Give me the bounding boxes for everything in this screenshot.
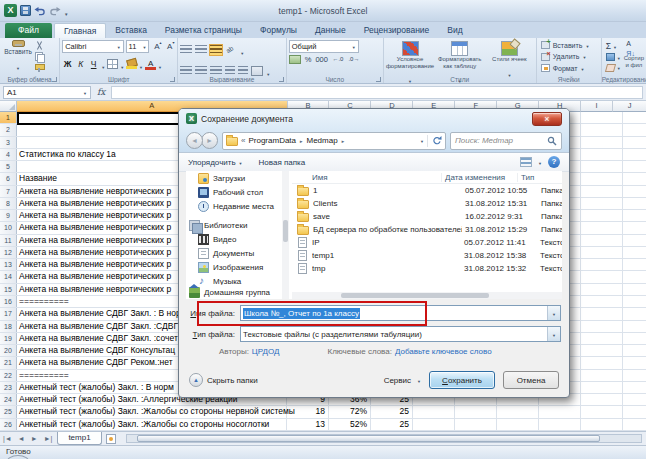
fill-color-icon[interactable] [126, 59, 137, 69]
cut-icon[interactable] [34, 41, 46, 51]
column-header[interactable]: J [613, 101, 646, 112]
number-format-select[interactable]: Общий [289, 40, 359, 53]
sidebar-item-homegroup[interactable]: Домашняя группа [186, 285, 270, 299]
cell-b[interactable]: 13 [287, 419, 329, 430]
comma-style-button[interactable]: 000 [315, 55, 328, 64]
row-header[interactable]: 10 [0, 222, 17, 233]
row-header[interactable]: 7 [0, 186, 17, 197]
orientation-icon[interactable] [225, 45, 237, 55]
dialog-launcher-icon[interactable] [52, 77, 57, 82]
file-list-scrollbar[interactable] [292, 292, 562, 299]
increase-decimal-icon[interactable] [332, 55, 344, 64]
row-header[interactable]: 20 [0, 345, 17, 356]
font-size-select[interactable]: 11 [126, 40, 150, 53]
grow-font-icon[interactable] [151, 42, 162, 51]
insert-function-icon[interactable] [94, 87, 108, 97]
cancel-button[interactable]: Отмена [503, 371, 559, 389]
align-middle-icon[interactable] [195, 45, 207, 55]
dialog-launcher-icon[interactable] [170, 77, 175, 82]
empty-cells[interactable] [413, 419, 646, 430]
cell-d[interactable]: 25 [371, 419, 413, 430]
delete-cells-button[interactable]: Удалить [541, 53, 599, 61]
row-header[interactable]: 21 [0, 357, 17, 368]
sidebar-item[interactable]: Недавние места [186, 199, 290, 213]
copy-icon[interactable] [34, 52, 46, 62]
cell-styles-button[interactable]: Стили ячеек [485, 40, 534, 81]
view-dropdown-icon[interactable] [538, 158, 542, 167]
breadcrumb-item[interactable]: Medmap [307, 136, 338, 145]
row-header[interactable]: 19 [0, 333, 17, 344]
last-sheet-icon[interactable] [41, 435, 56, 442]
help-icon[interactable]: ? [548, 156, 560, 168]
previous-sheet-icon[interactable] [15, 435, 28, 442]
cell-a[interactable]: Анкетный тест (жалобы) Закл. :Жалобы со … [17, 419, 287, 430]
align-right-icon[interactable] [210, 66, 222, 76]
cell-b[interactable]: 18 [287, 406, 329, 417]
format-painter-icon[interactable] [34, 63, 46, 73]
row-header[interactable]: 18 [0, 321, 17, 332]
column-header[interactable]: I [581, 101, 613, 112]
tools-button[interactable]: Сервис [384, 376, 421, 385]
paste-button[interactable]: Вставить [2, 40, 34, 74]
file-row[interactable]: БД сервера по обработке пользователей 31… [292, 223, 562, 236]
row-header[interactable]: 24 [0, 394, 17, 405]
breadcrumb-item[interactable]: ProgramData [248, 136, 296, 145]
file-row[interactable]: IP 05.07.2012 11:41 Текстовый д [292, 236, 562, 249]
dialog-launcher-icon[interactable] [376, 77, 381, 82]
select-all-corner[interactable] [0, 101, 17, 112]
row-header[interactable]: 14 [0, 271, 17, 282]
cell-c[interactable]: 72% [329, 406, 371, 417]
font-name-select[interactable]: Calibri [62, 40, 123, 53]
percent-style-button[interactable]: % [305, 55, 312, 64]
autosum-button[interactable] [606, 41, 621, 51]
align-bottom-icon[interactable] [210, 45, 222, 55]
row-header[interactable]: 22 [0, 370, 17, 381]
sidebar-scrollbar[interactable] [282, 171, 289, 299]
accounting-format-icon[interactable] [289, 55, 301, 64]
ribbon-tab[interactable]: Рецензирование [355, 23, 439, 38]
ribbon-tab[interactable]: Формулы [251, 23, 306, 38]
file-row[interactable]: Clients 31.08.2012 15:31 Папка с фай [292, 197, 562, 210]
shrink-font-icon[interactable] [164, 42, 175, 51]
insert-worksheet-icon[interactable] [106, 434, 116, 444]
italic-button[interactable]: К [75, 59, 86, 69]
cell-d[interactable]: 25 [371, 406, 413, 417]
save-button[interactable]: Сохранить [429, 371, 495, 389]
font-color-icon[interactable] [145, 59, 156, 69]
ribbon-tab[interactable]: Вид [438, 23, 471, 38]
hide-folders-button[interactable]: Скрыть папки [189, 373, 258, 387]
underline-button[interactable]: Ч [88, 59, 99, 69]
row-header[interactable]: 13 [0, 259, 17, 270]
sidebar-item[interactable]: Загрузки [186, 171, 290, 185]
organize-button[interactable]: Упорядочить [188, 158, 243, 167]
row-header[interactable]: 26 [0, 419, 17, 430]
row-header[interactable]: 4 [0, 149, 17, 160]
file-row[interactable]: tmp 31.08.2012 15:32 Текстовый д [292, 262, 562, 275]
sort-filter-button[interactable]: Сортир и фил [624, 40, 644, 74]
close-button[interactable]: × [532, 112, 562, 126]
keywords-value[interactable]: Добавьте ключевое слово [395, 347, 492, 356]
row-header[interactable]: 15 [0, 284, 17, 295]
dialog-launcher-icon[interactable] [279, 77, 284, 82]
row-header[interactable]: 25 [0, 406, 17, 417]
decrease-indent-icon[interactable] [225, 66, 235, 76]
sidebar-item[interactable]: Библиотеки [186, 218, 290, 232]
ribbon-tab[interactable]: Главная [54, 23, 106, 38]
row-header[interactable]: 16 [0, 296, 17, 307]
sidebar-item[interactable]: Рабочий стол [186, 185, 290, 199]
ribbon-tab[interactable]: Разметка страницы [156, 23, 251, 38]
file-row[interactable]: 1 05.07.2012 10:55 Папка с фай [292, 184, 562, 197]
row-header[interactable]: 2 [0, 124, 17, 135]
forward-button[interactable] [201, 132, 218, 149]
address-dropdown-icon[interactable] [420, 136, 424, 145]
file-type-select[interactable]: Текстовые файлы (с разделителями табуляц… [240, 326, 561, 342]
fill-button[interactable] [606, 53, 621, 62]
file-row[interactable]: save 16.02.2012 9:31 Папка с фай [292, 210, 562, 223]
authors-value[interactable]: ЦРДОД [252, 347, 280, 356]
insert-cells-button[interactable]: Вставить [541, 41, 599, 49]
change-view-icon[interactable] [520, 157, 532, 167]
row-header[interactable]: 11 [0, 235, 17, 246]
row-header[interactable]: 8 [0, 198, 17, 209]
sidebar-item[interactable]: Видео [186, 232, 290, 246]
row-header[interactable]: 6 [0, 173, 17, 184]
